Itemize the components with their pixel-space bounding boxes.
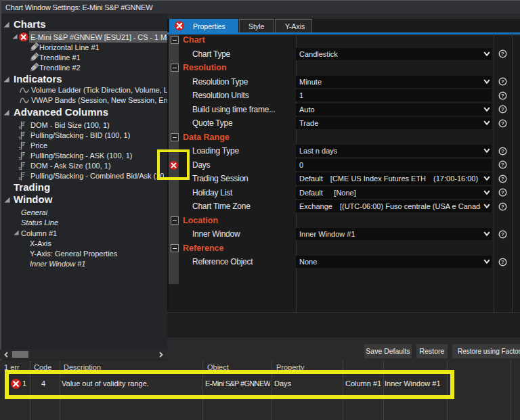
svg-text:?: ? [501,78,504,85]
svg-text:?: ? [501,120,504,126]
svg-text:?: ? [501,204,504,210]
svg-text:?: ? [501,231,504,237]
svg-text:?: ? [501,93,504,99]
svg-text:?: ? [501,162,504,168]
svg-text:?: ? [501,176,504,182]
svg-text:?: ? [501,106,504,112]
svg-text:?: ? [501,51,504,57]
svg-text:?: ? [501,189,504,195]
svg-text:?: ? [501,259,504,265]
svg-text:?: ? [501,148,504,154]
